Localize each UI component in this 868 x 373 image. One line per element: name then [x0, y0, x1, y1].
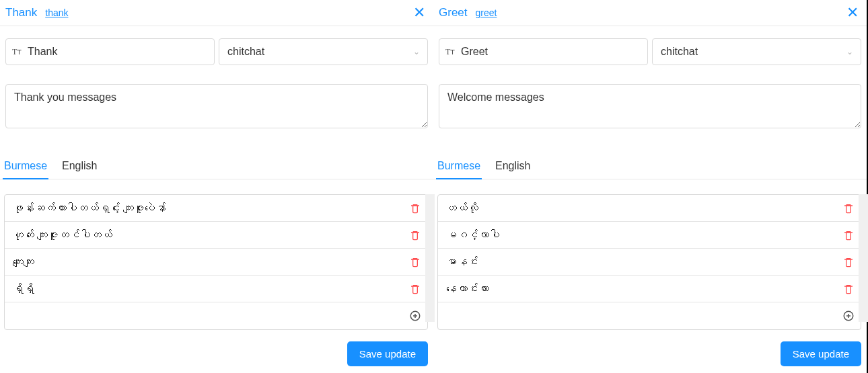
panel-title: Thank [5, 6, 37, 19]
phrase-input[interactable] [5, 197, 403, 220]
panel-header: Greet greet ✕ [433, 0, 867, 26]
list-item [5, 276, 427, 302]
save-button[interactable]: Save update [347, 341, 428, 366]
description-textarea[interactable] [5, 84, 428, 128]
phrase-list [437, 194, 861, 330]
list-item [438, 249, 861, 276]
phrase-input[interactable] [5, 278, 403, 300]
category-select[interactable]: chitchat [219, 38, 428, 65]
tab-english[interactable]: English [61, 155, 98, 179]
close-icon[interactable]: ✕ [846, 5, 859, 20]
list-item [5, 195, 427, 222]
phrase-list [4, 194, 428, 330]
phrase-input[interactable] [438, 251, 836, 274]
phrase-input[interactable] [5, 224, 403, 247]
language-tabs: Burmese English [433, 130, 867, 179]
trash-icon[interactable] [836, 257, 861, 267]
tab-english[interactable]: English [494, 155, 532, 179]
phrase-input[interactable] [438, 224, 836, 247]
tab-burmese[interactable]: Burmese [3, 155, 48, 179]
list-item [5, 222, 427, 249]
list-item [5, 249, 427, 276]
trash-icon[interactable] [836, 284, 861, 294]
list-item [438, 195, 861, 222]
trash-icon[interactable] [403, 203, 427, 214]
intent-name-input[interactable] [439, 38, 648, 65]
panel-slug-link[interactable]: thank [45, 7, 68, 18]
list-item [438, 276, 861, 302]
trash-icon[interactable] [403, 257, 427, 267]
category-select-value: chitchat [227, 46, 264, 58]
add-row [438, 302, 861, 329]
category-select-value: chitchat [661, 46, 698, 58]
panel-title: Greet [439, 6, 468, 19]
new-phrase-input[interactable] [438, 304, 836, 327]
plus-icon[interactable] [403, 310, 427, 322]
plus-icon[interactable] [836, 310, 861, 322]
add-row [5, 302, 427, 329]
phrase-input[interactable] [438, 197, 836, 220]
panel-thank: Thank thank ✕ Tᴛ chitchat ⌄ Burmese Engl… [0, 0, 433, 373]
category-select[interactable]: chitchat [652, 38, 861, 65]
save-button[interactable]: Save update [781, 341, 861, 366]
trash-icon[interactable] [403, 230, 427, 241]
trash-icon[interactable] [836, 230, 861, 241]
trash-icon[interactable] [403, 284, 427, 294]
description-textarea[interactable] [439, 84, 861, 128]
list-item [438, 222, 861, 249]
phrase-input[interactable] [5, 251, 403, 274]
trash-icon[interactable] [836, 203, 861, 214]
intent-name-input[interactable] [5, 38, 215, 65]
panel-greet: Greet greet ✕ Tᴛ chitchat ⌄ Burmese Engl… [433, 0, 867, 373]
panel-header: Thank thank ✕ [0, 0, 433, 26]
tab-burmese[interactable]: Burmese [436, 155, 482, 179]
new-phrase-input[interactable] [5, 304, 403, 327]
panel-slug-link[interactable]: greet [476, 7, 497, 18]
language-tabs: Burmese English [0, 130, 433, 179]
phrase-input[interactable] [438, 278, 836, 300]
scrollbar[interactable] [859, 194, 868, 322]
close-icon[interactable]: ✕ [413, 5, 425, 20]
